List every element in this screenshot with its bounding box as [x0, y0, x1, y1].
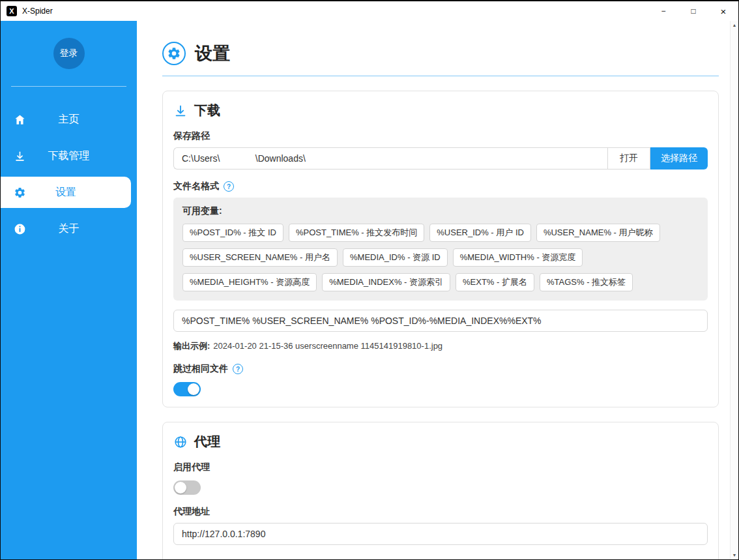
- choose-path-button[interactable]: 选择路径: [650, 147, 708, 169]
- download-section-header: 下载: [173, 102, 708, 119]
- skip-same-file-label: 跳过相同文件 ?: [173, 363, 708, 375]
- enable-proxy-toggle[interactable]: [173, 480, 201, 495]
- variable-chip: %POST_ID% - 推文 ID: [182, 224, 283, 242]
- filename-format-label: 文件名格式 ?: [173, 181, 708, 192]
- output-example: 输出示例:2024-01-20 21-15-36 userscreenname …: [173, 340, 708, 352]
- available-variables-label: 可用变量:: [182, 205, 699, 217]
- variable-chip: %POST_TIME% - 推文发布时间: [289, 224, 424, 242]
- output-example-label: 输出示例:: [173, 341, 210, 351]
- toggle-knob: [188, 383, 199, 395]
- variable-chip: %USER_SCREEN_NAME% - 用户名: [182, 248, 338, 267]
- info-icon: [14, 223, 26, 235]
- variable-chips: %POST_ID% - 推文 ID%POST_TIME% - 推文发布时间%US…: [182, 224, 699, 291]
- save-path-label: 保存路径: [173, 130, 708, 142]
- open-folder-button[interactable]: 打开: [607, 147, 650, 169]
- download-icon: [14, 150, 26, 162]
- toggle-knob: [175, 482, 186, 494]
- proxy-section-header: 代理: [173, 433, 708, 450]
- sidebar: 登录 主页 下载管理: [1, 21, 137, 559]
- variable-chip: %MEDIA_INDEX% - 资源索引: [322, 273, 450, 291]
- login-button[interactable]: 登录: [53, 38, 85, 69]
- titlebar[interactable]: X X-Spider − □ ×: [1, 1, 738, 21]
- save-path-input[interactable]: [173, 147, 607, 169]
- app-logo-icon: X: [7, 6, 17, 16]
- settings-icon: [162, 42, 186, 65]
- variable-chip: %MEDIA_HEIGHT% - 资源高度: [182, 273, 317, 291]
- proxy-address-input[interactable]: [173, 523, 708, 545]
- sidebar-item-about[interactable]: 关于: [1, 211, 137, 247]
- settings-page: 设置 下载 保存路径 打开 选择路径 文件名格式 ?: [137, 21, 738, 559]
- help-icon[interactable]: ?: [233, 364, 243, 374]
- save-path-row: 打开 选择路径: [173, 147, 708, 169]
- scrollbar-down-button[interactable]: ▼: [731, 551, 738, 559]
- minimize-button[interactable]: −: [648, 1, 678, 21]
- login-label: 登录: [60, 48, 78, 59]
- home-icon: [14, 113, 26, 126]
- close-button[interactable]: ×: [708, 1, 738, 21]
- page-header: 设置: [162, 42, 719, 76]
- app-window: X X-Spider − □ × 登录 主页: [0, 0, 739, 560]
- maximize-button[interactable]: □: [678, 1, 708, 21]
- sidebar-nav: 主页 下载管理 设置: [1, 101, 137, 247]
- output-example-value: 2024-01-20 21-15-36 userscreenname 11451…: [213, 341, 442, 351]
- sidebar-item-download-manager[interactable]: 下载管理: [1, 138, 137, 174]
- available-variables-panel: 可用变量: %POST_ID% - 推文 ID%POST_TIME% - 推文发…: [173, 198, 708, 301]
- download-settings-card: 下载 保存路径 打开 选择路径 文件名格式 ? 可用变量: %POST_ID% …: [162, 91, 719, 407]
- gear-icon: [14, 186, 26, 199]
- sidebar-item-settings[interactable]: 设置: [1, 177, 131, 208]
- variable-chip: %MEDIA_ID% - 资源 ID: [343, 248, 448, 267]
- filename-format-input[interactable]: [173, 310, 708, 332]
- scrollbar-up-button[interactable]: ▲: [731, 21, 738, 29]
- variable-chip: %USER_NAME% - 用户昵称: [536, 224, 660, 242]
- proxy-section-title: 代理: [194, 433, 220, 450]
- proxy-address-label: 代理地址: [173, 506, 708, 518]
- window-title: X-Spider: [22, 7, 53, 16]
- skip-same-file-toggle[interactable]: [173, 382, 201, 396]
- variable-chip: %USER_ID% - 用户 ID: [429, 224, 531, 242]
- download-icon: [173, 104, 188, 118]
- scrollbar-track[interactable]: ▲ ▼: [730, 21, 738, 559]
- page-title: 设置: [195, 42, 230, 65]
- sidebar-divider: [11, 86, 126, 87]
- variable-chip: %MEDIA_WIDTH% - 资源宽度: [453, 248, 583, 267]
- sidebar-item-home[interactable]: 主页: [1, 101, 137, 138]
- globe-icon: [173, 435, 188, 449]
- enable-proxy-label: 启用代理: [173, 462, 708, 473]
- download-section-title: 下载: [194, 102, 220, 119]
- variable-chip: %EXT% - 扩展名: [456, 273, 534, 291]
- proxy-settings-card: 代理 启用代理 代理地址: [162, 422, 719, 559]
- help-icon[interactable]: ?: [224, 181, 234, 192]
- variable-chip: %TAGS% - 推文标签: [540, 273, 633, 291]
